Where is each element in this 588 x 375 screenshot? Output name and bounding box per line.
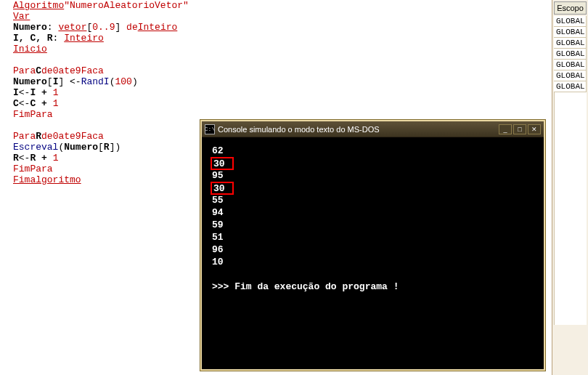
scope-cell: GLOBAL [554, 16, 587, 27]
scope-cell: GLOBAL [554, 49, 587, 60]
console-output-line: 55 [212, 194, 534, 206]
highlight-box: 30 [211, 182, 234, 195]
decl-icr: I, C, R [13, 33, 53, 44]
console-output-line: 10 [212, 256, 534, 268]
console-output-line: 51 [212, 231, 534, 243]
kw-fimalgoritmo: Fimalgoritmo [13, 174, 81, 185]
scope-cell: GLOBAL [554, 70, 587, 81]
console-end-msg: >>> Fim da execução do programa ! [212, 281, 534, 293]
console-output-line: 94 [212, 206, 534, 219]
console-output-line: 59 [212, 219, 534, 231]
console-titlebar[interactable]: C:\ Console simulando o modo texto do MS… [202, 121, 544, 137]
highlight-box: 30 [211, 157, 234, 170]
kw-inicio: Inicio [13, 44, 47, 55]
scope-cell: GLOBAL [554, 60, 587, 70]
decl-numero: Numero [13, 22, 47, 33]
console-output-line: 30 [212, 157, 534, 169]
scope-cell: GLOBAL [554, 38, 587, 49]
minimize-button[interactable]: _ [499, 124, 512, 134]
scope-header: Escopo [554, 1, 587, 15]
alg-name: "NumeroAleatorioVetor" [64, 0, 189, 11]
console-output-line: 96 [212, 243, 534, 256]
console-body: 62309530559459519610 >>> Fim da execução… [202, 137, 544, 369]
kw-var: Var [13, 11, 30, 22]
close-button[interactable]: ✕ [528, 124, 541, 134]
console-output-line: 95 [212, 169, 534, 182]
console-output-line: 62 [212, 145, 534, 157]
scope-panel: Escopo GLOBALGLOBALGLOBALGLOBALGLOBALGLO… [552, 0, 588, 375]
scope-cell: GLOBAL [554, 27, 587, 38]
console-icon: C:\ [205, 124, 215, 134]
console-window[interactable]: C:\ Console simulando o modo texto do MS… [200, 120, 545, 371]
console-output-line: 30 [212, 182, 534, 194]
maximize-button[interactable]: □ [513, 124, 526, 134]
scope-cell: GLOBAL [554, 81, 587, 92]
kw-algoritmo: Algoritmo [13, 0, 64, 11]
console-title: Console simulando o modo texto do MS-DOS [218, 125, 499, 134]
